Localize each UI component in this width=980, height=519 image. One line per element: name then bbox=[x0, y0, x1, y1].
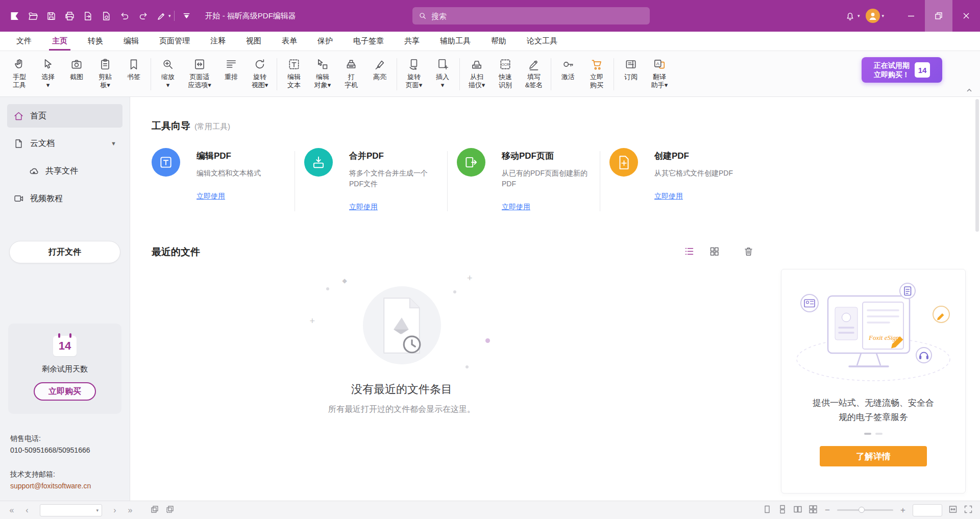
tool-screenshot[interactable]: 截图 bbox=[62, 53, 91, 95]
menu-share[interactable]: 共享 bbox=[394, 32, 430, 51]
open-file-icon[interactable] bbox=[23, 7, 42, 25]
tool-highlight[interactable]: 高亮 bbox=[365, 53, 394, 95]
menu-page-management[interactable]: 页面管理 bbox=[149, 32, 200, 51]
page-number-combo[interactable]: ▾ bbox=[40, 504, 102, 516]
chevron-down-icon[interactable]: ▼ bbox=[111, 140, 116, 146]
menu-convert[interactable]: 转换 bbox=[78, 32, 113, 51]
search-input[interactable] bbox=[431, 12, 644, 20]
menu-comment[interactable]: 注释 bbox=[200, 32, 236, 51]
tool-buy-now[interactable]: 立即购买 bbox=[582, 53, 611, 95]
card-merge-pdf[interactable]: 合并PDF 将多个文件合并生成一个PDF文件 立即使用 bbox=[304, 148, 447, 212]
menu-file[interactable]: 文件 bbox=[6, 32, 42, 51]
menu-paper-tools[interactable]: 论文工具 bbox=[517, 32, 568, 51]
single-page-view-icon[interactable] bbox=[763, 505, 772, 515]
tile-pages-icon[interactable] bbox=[165, 505, 175, 515]
fit-width-icon[interactable] bbox=[948, 505, 958, 515]
fullscreen-icon[interactable] bbox=[964, 505, 973, 515]
minimize-button[interactable] bbox=[897, 0, 925, 32]
use-now-link[interactable]: 立即使用 bbox=[654, 192, 683, 201]
first-page-button[interactable]: « bbox=[7, 506, 16, 514]
undo-icon[interactable] bbox=[115, 7, 134, 25]
zoom-slider-handle[interactable] bbox=[859, 507, 865, 513]
zoom-out-button[interactable]: − bbox=[824, 506, 831, 514]
restore-button[interactable] bbox=[925, 0, 952, 32]
tool-quick-ocr[interactable]: OCR 快速识别 bbox=[491, 53, 520, 95]
menu-protect[interactable]: 保护 bbox=[307, 32, 343, 51]
menu-esign[interactable]: 电子签章 bbox=[343, 32, 394, 51]
tool-activate[interactable]: 激活 bbox=[554, 53, 582, 95]
save-icon[interactable] bbox=[42, 7, 60, 25]
use-now-link[interactable]: 立即使用 bbox=[197, 192, 225, 201]
chevron-down-icon[interactable]: ▾ bbox=[96, 508, 99, 513]
card-edit-pdf[interactable]: 编辑PDF 编辑文档和文本格式 立即使用 bbox=[152, 148, 295, 212]
sidebar-item-shared-files[interactable]: 共享文件 bbox=[7, 159, 122, 183]
account-caret[interactable]: ▾ bbox=[881, 13, 884, 18]
sidebar-item-home[interactable]: 首页 bbox=[7, 104, 122, 128]
facing-view-icon[interactable] bbox=[793, 505, 802, 515]
print-icon[interactable] bbox=[60, 7, 79, 25]
card-move-pdf-pages[interactable]: 移动PDF页面 从已有的PDF页面创建新的PDF 立即使用 bbox=[457, 148, 600, 212]
buy-now-button[interactable]: 立即购买 bbox=[34, 382, 96, 401]
use-now-link[interactable]: 立即使用 bbox=[502, 203, 530, 212]
tool-typewriter[interactable]: 打字机 bbox=[337, 53, 365, 95]
account-avatar[interactable] bbox=[866, 9, 880, 23]
search-bar[interactable] bbox=[412, 7, 650, 24]
esign-pen-icon[interactable] bbox=[152, 7, 170, 25]
tool-translate-assistant[interactable]: A 翻译助手▾ bbox=[645, 53, 674, 95]
notifications-caret[interactable]: ▾ bbox=[857, 13, 860, 18]
scrollbar-thumb[interactable] bbox=[975, 99, 979, 232]
menu-help[interactable]: 帮助 bbox=[481, 32, 517, 51]
tool-from-scanner[interactable]: 从扫描仪▾ bbox=[462, 53, 491, 95]
tool-clipboard[interactable]: 剪贴板▾ bbox=[91, 53, 119, 95]
tool-select[interactable]: 选择▾ bbox=[34, 53, 62, 95]
tool-reflow[interactable]: 重排 bbox=[217, 53, 246, 95]
esign-pen-caret[interactable]: ▾ bbox=[168, 13, 171, 18]
tool-fill-sign[interactable]: 填写&签名 bbox=[520, 53, 548, 95]
sidebar-item-cloud-docs[interactable]: 云文档 ▼ bbox=[7, 132, 122, 155]
tool-edit-text[interactable]: 编辑文本 bbox=[280, 53, 308, 95]
zoom-in-button[interactable]: + bbox=[899, 506, 906, 514]
tool-insert[interactable]: 插入▾ bbox=[428, 53, 457, 95]
menu-form[interactable]: 表单 bbox=[272, 32, 307, 51]
last-page-button[interactable]: » bbox=[126, 506, 135, 514]
menu-edit[interactable]: 编辑 bbox=[113, 32, 149, 51]
tool-rotate-view[interactable]: 旋转视图▾ bbox=[246, 53, 274, 95]
menu-view[interactable]: 视图 bbox=[236, 32, 272, 51]
zoom-percentage-box[interactable] bbox=[913, 504, 942, 516]
tool-hand[interactable]: 手型工具 bbox=[5, 53, 34, 95]
use-now-link[interactable]: 立即使用 bbox=[349, 203, 378, 212]
card-create-pdf[interactable]: 创建PDF 从其它格式文件创建PDF 立即使用 bbox=[609, 148, 752, 212]
menu-accessibility[interactable]: 辅助工具 bbox=[430, 32, 481, 51]
zoom-slider[interactable] bbox=[837, 509, 893, 511]
redo-icon[interactable] bbox=[134, 7, 152, 25]
learn-more-button[interactable]: 了解详情 bbox=[820, 446, 927, 466]
trial-period-badge[interactable]: 正在试用期 立即购买！ 14 bbox=[862, 57, 942, 83]
customize-toolbar-icon[interactable] bbox=[178, 7, 196, 25]
sidebar-item-video-tutorials[interactable]: 视频教程 bbox=[7, 187, 122, 210]
continuous-facing-view-icon[interactable] bbox=[808, 505, 818, 515]
tool-zoom[interactable]: 缩放▾ bbox=[154, 53, 182, 95]
continuous-view-icon[interactable] bbox=[778, 505, 787, 515]
prev-page-button[interactable]: ‹ bbox=[22, 506, 32, 514]
notifications-bell-icon[interactable] bbox=[841, 7, 860, 25]
tool-edit-object[interactable]: 编辑对象▾ bbox=[308, 53, 337, 95]
list-view-icon[interactable] bbox=[684, 246, 695, 258]
tool-page-fit-options[interactable]: 页面适应选项▾ bbox=[182, 53, 217, 95]
tool-subscribe[interactable]: 订阅 bbox=[617, 53, 645, 95]
support-email-link[interactable]: support@foxitsoftware.cn bbox=[10, 481, 119, 491]
carousel-dot[interactable] bbox=[875, 433, 883, 435]
tool-bookmark[interactable]: 书签 bbox=[119, 53, 148, 95]
page-number-input[interactable] bbox=[43, 506, 96, 514]
grid-view-icon[interactable] bbox=[709, 246, 720, 258]
convert-icon[interactable] bbox=[97, 7, 115, 25]
carousel-dot-active[interactable] bbox=[864, 433, 871, 435]
open-file-button[interactable]: 打开文件 bbox=[9, 241, 120, 263]
zoom-percentage-input[interactable] bbox=[913, 505, 942, 516]
menu-home[interactable]: 主页 bbox=[42, 32, 78, 51]
clear-recent-trash-icon[interactable] bbox=[743, 246, 754, 258]
export-pdf-icon[interactable] bbox=[79, 7, 97, 25]
close-button[interactable] bbox=[952, 0, 980, 32]
tool-rotate-pages[interactable]: 旋转页面▾ bbox=[400, 53, 428, 95]
vertical-scrollbar[interactable] bbox=[974, 99, 979, 499]
snapshot-pages-icon[interactable] bbox=[150, 505, 159, 515]
